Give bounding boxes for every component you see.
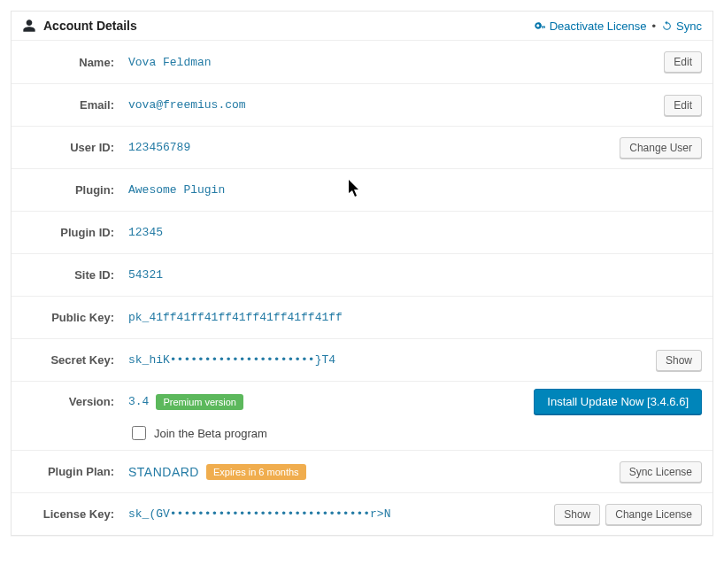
value-secret-key: sk_hiK•••••••••••••••••••••}T4: [128, 353, 656, 367]
row-plugin: Plugin: Awesome Plugin: [12, 168, 712, 211]
sync-link[interactable]: Sync: [661, 19, 702, 33]
expiry-badge: Expires in 6 months: [206, 464, 306, 480]
install-update-button[interactable]: Install Update Now [3.4.6.6]: [534, 389, 702, 414]
label-plugin-plan: Plugin Plan:: [22, 465, 128, 478]
row-site-id: Site ID: 54321: [12, 253, 712, 296]
label-plugin: Plugin:: [22, 183, 128, 197]
user-icon: [22, 19, 36, 33]
separator: •: [652, 19, 657, 33]
rows-container: Name: Vova Feldman Edit Email: vova@free…: [12, 41, 712, 535]
value-plugin: Awesome Plugin: [128, 183, 702, 197]
panel-title: Account Details: [22, 19, 137, 33]
row-secret-key: Secret Key: sk_hiK•••••••••••••••••••••}…: [12, 338, 712, 381]
change-license-button[interactable]: Change License: [605, 504, 702, 525]
value-name: Vova Feldman: [128, 56, 664, 69]
sync-label: Sync: [676, 19, 702, 33]
plan-name: STANDARD: [128, 465, 199, 479]
row-version: Version: 3.4 Premium version Install Upd…: [12, 381, 712, 450]
value-public-key: pk_41ff41ff41ff41ff41ff41ff41ff: [128, 311, 702, 324]
row-license-key: License Key: sk_(GV•••••••••••••••••••••…: [12, 492, 712, 535]
deactivate-license-label: Deactivate License: [550, 19, 647, 33]
label-site-id: Site ID:: [22, 268, 128, 282]
beta-program-row: Join the Beta program: [128, 423, 267, 443]
value-license-key: sk_(GV•••••••••••••••••••••••••••••r>N: [128, 507, 554, 521]
show-secret-key-button[interactable]: Show: [656, 350, 702, 371]
row-plugin-plan: Plugin Plan: STANDARD Expires in 6 month…: [12, 450, 712, 492]
panel-title-text: Account Details: [43, 19, 137, 33]
beta-program-label: Join the Beta program: [154, 427, 267, 440]
label-name: Name:: [22, 56, 128, 69]
label-public-key: Public Key:: [22, 311, 128, 324]
value-version: 3.4 Premium version: [128, 394, 534, 410]
header-actions: Deactivate License • Sync: [535, 19, 702, 33]
premium-version-badge: Premium version: [156, 394, 243, 410]
key-icon: [535, 20, 546, 32]
row-email: Email: vova@freemius.com Edit: [12, 83, 712, 126]
row-public-key: Public Key: pk_41ff41ff41ff41ff41ff41ff4…: [12, 296, 712, 338]
edit-email-button[interactable]: Edit: [664, 95, 702, 116]
account-details-panel: Account Details Deactivate License • Syn…: [11, 11, 713, 536]
version-number: 3.4: [128, 395, 149, 408]
edit-name-button[interactable]: Edit: [664, 51, 702, 73]
label-email: Email:: [22, 98, 128, 112]
label-secret-key: Secret Key:: [22, 353, 128, 367]
show-license-key-button[interactable]: Show: [554, 504, 600, 525]
panel-header: Account Details Deactivate License • Syn…: [12, 12, 712, 41]
row-name: Name: Vova Feldman Edit: [12, 41, 712, 83]
change-user-button[interactable]: Change User: [620, 137, 702, 159]
label-version: Version:: [22, 395, 128, 408]
sync-icon: [661, 20, 673, 32]
value-site-id: 54321: [128, 268, 702, 282]
beta-program-checkbox[interactable]: [132, 426, 146, 440]
label-user-id: User ID:: [22, 141, 128, 154]
value-plugin-plan: STANDARD Expires in 6 months: [128, 464, 620, 480]
value-email: vova@freemius.com: [128, 98, 664, 112]
label-license-key: License Key:: [22, 507, 128, 521]
value-plugin-id: 12345: [128, 226, 702, 239]
sync-license-button[interactable]: Sync License: [620, 461, 702, 483]
row-user-id: User ID: 123456789 Change User: [12, 126, 712, 168]
deactivate-license-link[interactable]: Deactivate License: [535, 19, 647, 33]
row-plugin-id: Plugin ID: 12345: [12, 211, 712, 253]
label-plugin-id: Plugin ID:: [22, 226, 128, 239]
value-user-id: 123456789: [128, 141, 620, 154]
